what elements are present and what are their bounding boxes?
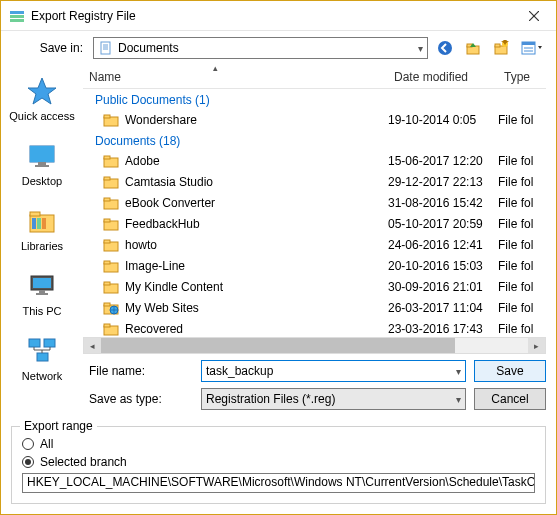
place-label: Quick access	[9, 110, 74, 122]
place-libraries[interactable]: Libraries	[7, 201, 77, 256]
save-button[interactable]: Save	[474, 360, 546, 382]
place-quick-access[interactable]: Quick access	[7, 71, 77, 126]
item-date: 20-10-2016 15:03	[388, 259, 498, 273]
item-date: 30-09-2016 21:01	[388, 280, 498, 294]
place-label: Desktop	[22, 175, 62, 187]
list-item[interactable]: My Web Sites26-03-2017 11:04File fol	[83, 297, 546, 318]
svg-rect-55	[104, 282, 110, 285]
folder-icon	[103, 301, 119, 315]
file-pane: Name ▴ Date modified Type Public Documen…	[83, 65, 556, 354]
list-item[interactable]: Recovered23-03-2016 17:43File fol	[83, 318, 546, 337]
item-name: howto	[125, 238, 157, 252]
svg-rect-23	[35, 165, 49, 167]
group-header[interactable]: Documents (18)	[83, 130, 546, 150]
list-item[interactable]: Camtasia Studio29-12-2017 22:13File fol	[83, 171, 546, 192]
svg-rect-30	[33, 278, 51, 288]
svg-rect-32	[36, 293, 48, 295]
svg-rect-2	[10, 19, 24, 22]
radio-all[interactable]: All	[22, 437, 535, 451]
scroll-thumb[interactable]	[101, 338, 455, 353]
svg-rect-25	[30, 212, 40, 216]
item-type: File fol	[498, 154, 546, 168]
header-date[interactable]: Date modified	[388, 70, 498, 84]
toolbar: Save in: Documents ▾ ✦	[1, 31, 556, 65]
place-label: Libraries	[21, 240, 63, 252]
branch-path-field[interactable]: HKEY_LOCAL_MACHINE\SOFTWARE\Microsoft\Wi…	[22, 473, 535, 493]
chevron-down-icon: ▾	[456, 394, 461, 405]
sort-indicator-icon: ▴	[213, 63, 218, 73]
item-name: Image-Line	[125, 259, 185, 273]
item-name: FeedbackHub	[125, 217, 200, 231]
item-name: Recovered	[125, 322, 183, 336]
close-button[interactable]	[512, 1, 556, 31]
svg-rect-51	[104, 240, 110, 243]
this-pc-icon	[26, 270, 58, 302]
libraries-icon	[26, 205, 58, 237]
svg-point-9	[438, 41, 452, 55]
new-folder-button[interactable]: ✦	[490, 37, 512, 59]
scroll-left-button[interactable]: ◂	[84, 338, 101, 353]
header-type[interactable]: Type	[498, 70, 546, 84]
svg-text:✦: ✦	[500, 40, 509, 49]
item-type: File fol	[498, 175, 546, 189]
group-header[interactable]: Public Documents (1)	[83, 89, 546, 109]
cancel-button[interactable]: Cancel	[474, 388, 546, 410]
header-name[interactable]: Name	[83, 70, 388, 84]
item-date: 29-12-2017 22:13	[388, 175, 498, 189]
svg-rect-5	[101, 42, 110, 54]
list-item[interactable]: My Kindle Content30-09-2016 21:01File fo…	[83, 276, 546, 297]
documents-icon	[98, 40, 114, 56]
scroll-right-button[interactable]: ▸	[528, 338, 545, 353]
list-item[interactable]: Wondershare19-10-2014 0:05File fol	[83, 109, 546, 130]
list-item[interactable]: eBook Converter31-08-2016 15:42File fol	[83, 192, 546, 213]
item-date: 19-10-2014 0:05	[388, 113, 498, 127]
save-in-combo[interactable]: Documents ▾	[93, 37, 428, 59]
svg-rect-0	[10, 11, 24, 14]
svg-rect-57	[104, 303, 110, 306]
list-item[interactable]: howto24-06-2016 12:41File fol	[83, 234, 546, 255]
svg-rect-1	[10, 15, 24, 18]
save-as-type-combo[interactable]: Registration Files (*.reg) ▾	[201, 388, 466, 410]
folder-icon	[103, 322, 119, 336]
folder-icon	[103, 196, 119, 210]
svg-rect-60	[104, 324, 110, 327]
item-name: Wondershare	[125, 113, 197, 127]
horizontal-scrollbar[interactable]: ◂ ▸	[83, 337, 546, 354]
item-name: My Kindle Content	[125, 280, 223, 294]
item-type: File fol	[498, 196, 546, 210]
dialog-body: Quick accessDesktopLibrariesThis PCNetwo…	[1, 65, 556, 354]
view-menu-button[interactable]	[518, 37, 548, 59]
desktop-icon	[26, 140, 58, 172]
scroll-track[interactable]	[101, 338, 528, 353]
radio-selected-branch[interactable]: Selected branch	[22, 455, 535, 469]
save-as-type-value: Registration Files (*.reg)	[206, 392, 335, 406]
radio-all-label: All	[40, 437, 53, 451]
place-this-pc[interactable]: This PC	[7, 266, 77, 321]
list-item[interactable]: FeedbackHub05-10-2017 20:59File fol	[83, 213, 546, 234]
item-name: eBook Converter	[125, 196, 215, 210]
save-in-label: Save in:	[9, 41, 89, 55]
folder-icon	[103, 259, 119, 273]
item-type: File fol	[498, 322, 546, 336]
radio-icon	[22, 456, 34, 468]
file-name-combo[interactable]: task_backup ▾	[201, 360, 466, 382]
chevron-down-icon: ▾	[456, 366, 461, 377]
folder-icon	[103, 154, 119, 168]
item-date: 05-10-2017 20:59	[388, 217, 498, 231]
regedit-icon	[9, 8, 25, 24]
list-item[interactable]: Image-Line20-10-2016 15:03File fol	[83, 255, 546, 276]
list-item[interactable]: Adobe15-06-2017 12:20File fol	[83, 150, 546, 171]
svg-rect-45	[104, 177, 110, 180]
item-name: Camtasia Studio	[125, 175, 213, 189]
folder-icon	[103, 280, 119, 294]
folder-icon	[103, 175, 119, 189]
place-desktop[interactable]: Desktop	[7, 136, 77, 191]
item-date: 26-03-2017 11:04	[388, 301, 498, 315]
place-label: This PC	[22, 305, 61, 317]
svg-rect-21	[30, 146, 54, 162]
svg-rect-26	[32, 218, 36, 229]
up-one-level-button[interactable]	[462, 37, 484, 59]
export-range-legend: Export range	[20, 419, 97, 433]
file-list[interactable]: Public Documents (1)Wondershare19-10-201…	[83, 89, 546, 337]
back-button[interactable]	[434, 37, 456, 59]
